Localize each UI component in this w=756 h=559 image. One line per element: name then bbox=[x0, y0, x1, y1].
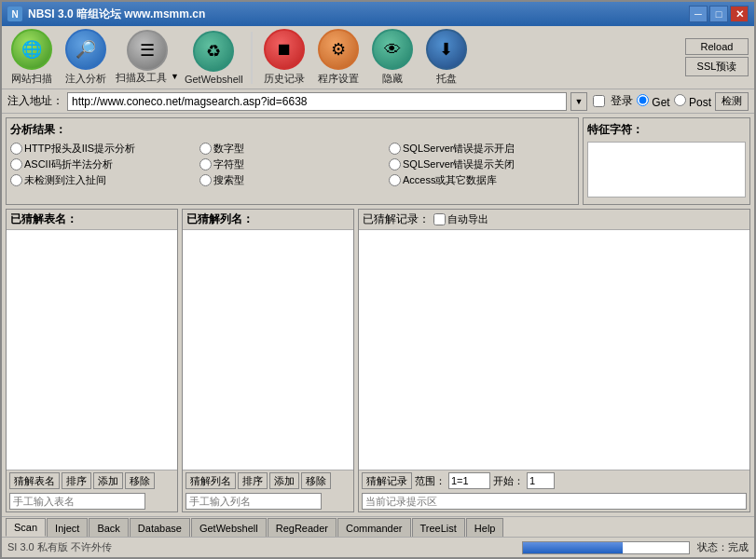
char-textarea[interactable] bbox=[587, 142, 746, 198]
option-ascii: ASCII码折半法分析 bbox=[10, 157, 196, 171]
login-label: 登录 bbox=[611, 93, 633, 109]
post-radio-label: Post bbox=[674, 94, 711, 109]
records-title: 已猜解记录： bbox=[363, 211, 430, 227]
close-button[interactable]: ✕ bbox=[730, 6, 749, 22]
getwebshell-label: GetWebshell bbox=[185, 74, 243, 85]
getwebshell-icon: ♻ bbox=[193, 31, 234, 72]
add-table-btn[interactable]: 添加 bbox=[93, 472, 123, 489]
radio-http-iis[interactable] bbox=[10, 143, 22, 155]
tab-back[interactable]: Back bbox=[89, 518, 128, 537]
table-input[interactable] bbox=[9, 493, 145, 510]
option-http-iis: HTTP报头及IIS提示分析 bbox=[10, 142, 196, 156]
main-window: N NBSI 3.0 暗组论坛 www.msmm.cn ─ □ ✕ 🌐 网站扫描… bbox=[0, 0, 756, 559]
scan-tools-label: 扫描及工具 bbox=[116, 71, 167, 85]
minimize-button[interactable]: ─ bbox=[689, 6, 708, 22]
guess-records-btn[interactable]: 猜解记录 bbox=[362, 472, 412, 489]
titlebar: N NBSI 3.0 暗组论坛 www.msmm.cn ─ □ ✕ bbox=[2, 2, 754, 26]
sort-col-btn[interactable]: 排序 bbox=[238, 472, 268, 489]
tabbar: ScanInjectBackDatabaseGetWebshellRegRead… bbox=[2, 516, 754, 537]
records-body[interactable] bbox=[359, 230, 749, 470]
tables-panel: 已猜解表名： 猜解表名 排序 添加 移除 bbox=[6, 209, 178, 512]
inject-analyze-icon: 🔎 bbox=[65, 29, 106, 70]
records-input-row bbox=[359, 491, 749, 511]
statusbar: SI 3.0 私有版 不许外传 状态：完成 bbox=[2, 537, 754, 557]
tables-header: 已猜解表名： bbox=[7, 210, 177, 230]
guess-table-btn[interactable]: 猜解表名 bbox=[9, 472, 60, 489]
toolbar-web-scan[interactable]: 🌐 网站扫描 bbox=[7, 29, 56, 86]
toolbar: 🌐 网站扫描 🔎 注入分析 ☰ 扫描及工具 ▼ ♻ GetWebshell ⏹ … bbox=[2, 26, 754, 89]
toolbar-getwebshell[interactable]: ♻ GetWebshell bbox=[185, 31, 243, 85]
scan-tools-dropdown-icon[interactable]: ▼ bbox=[171, 71, 179, 85]
char-title: 特征字符： bbox=[587, 122, 746, 138]
option-access: Access或其它数据库 bbox=[389, 173, 574, 187]
tab-commander[interactable]: Commander bbox=[337, 518, 411, 537]
tables-body[interactable] bbox=[7, 230, 177, 470]
progress-fill bbox=[523, 542, 623, 553]
toolbar-tray[interactable]: ⬇ 托盘 bbox=[422, 29, 471, 86]
hidden-label: 隐藏 bbox=[382, 72, 403, 86]
radio-string[interactable] bbox=[199, 158, 212, 170]
tab-inject[interactable]: Inject bbox=[47, 518, 88, 537]
start-input[interactable] bbox=[527, 472, 555, 489]
records-header: 已猜解记录： 自动导出 bbox=[359, 210, 749, 230]
reload-button[interactable]: Reload bbox=[685, 38, 749, 55]
login-checkbox[interactable] bbox=[593, 95, 605, 107]
tab-scan[interactable]: Scan bbox=[6, 518, 46, 537]
toolbar-separator bbox=[251, 32, 253, 84]
sort-table-btn[interactable]: 排序 bbox=[62, 472, 91, 489]
add-col-btn[interactable]: 添加 bbox=[269, 472, 299, 489]
addr-input[interactable] bbox=[67, 92, 567, 111]
analysis-options: HTTP报头及IIS提示分析 数字型 SQLServer错误提示开启 ASCII… bbox=[10, 142, 574, 187]
detect-button[interactable]: 检测 bbox=[715, 92, 749, 111]
radio-sqlserver-on[interactable] bbox=[389, 143, 401, 155]
get-radio[interactable] bbox=[637, 94, 649, 106]
columns-header: 已猜解列名： bbox=[183, 210, 353, 230]
tab-getwebshell[interactable]: GetWebshell bbox=[191, 518, 267, 537]
tab-treelist[interactable]: TreeList bbox=[412, 518, 465, 537]
columns-panel: 已猜解列名： 猜解列名 排序 添加 移除 bbox=[182, 209, 354, 512]
hidden-icon: 👁 bbox=[372, 29, 413, 70]
start-label: 开始： bbox=[493, 474, 524, 488]
range-input[interactable] bbox=[448, 472, 490, 489]
guess-col-btn[interactable]: 猜解列名 bbox=[186, 472, 236, 489]
toolbar-hidden[interactable]: 👁 隐藏 bbox=[368, 29, 417, 86]
tab-regreader[interactable]: RegReader bbox=[268, 518, 337, 537]
web-scan-icon: 🌐 bbox=[11, 29, 52, 70]
option-no-inject: 未检测到注入扯间 bbox=[10, 173, 196, 187]
inject-analyze-label: 注入分析 bbox=[65, 72, 106, 86]
radio-search[interactable] bbox=[199, 174, 212, 186]
post-radio[interactable] bbox=[674, 94, 686, 106]
scan-tools-icon: ☰ bbox=[127, 30, 168, 71]
remove-col-btn[interactable]: 移除 bbox=[301, 472, 331, 489]
radio-ascii[interactable] bbox=[10, 158, 22, 170]
toolbar-history[interactable]: ⏹ 历史记录 bbox=[260, 29, 309, 86]
column-input[interactable] bbox=[186, 493, 322, 510]
radio-no-inject[interactable] bbox=[10, 174, 22, 186]
maximize-button[interactable]: □ bbox=[709, 6, 728, 22]
radio-numeric[interactable] bbox=[199, 143, 212, 155]
radio-sqlserver-off[interactable] bbox=[389, 158, 401, 170]
bottom-panels: 已猜解表名： 猜解表名 排序 添加 移除 已猜解列名： 猜解列名 排序 bbox=[6, 209, 750, 512]
radio-access[interactable] bbox=[389, 174, 401, 186]
auto-export-label: 自动导出 bbox=[447, 212, 488, 226]
toolbar-right: Reload SSL预读 bbox=[685, 38, 749, 76]
analysis-panel: 分析结果： HTTP报头及IIS提示分析 数字型 SQLServer错误提示开启 bbox=[6, 117, 750, 205]
addr-dropdown-button[interactable]: ▼ bbox=[570, 92, 587, 111]
char-panel: 特征字符： bbox=[583, 117, 750, 205]
ssl-button[interactable]: SSL预读 bbox=[685, 57, 749, 76]
toolbar-settings[interactable]: ⚙ 程序设置 bbox=[314, 29, 363, 86]
toolbar-inject-analyze[interactable]: 🔎 注入分析 bbox=[62, 29, 110, 86]
tray-label: 托盘 bbox=[436, 72, 457, 86]
columns-footer: 猜解列名 排序 添加 移除 bbox=[183, 470, 353, 491]
option-numeric: 数字型 bbox=[199, 142, 385, 156]
auto-export-checkbox[interactable] bbox=[433, 213, 446, 225]
columns-body[interactable] bbox=[183, 230, 353, 470]
option-sqlserver-off: SQLServer错误提示关闭 bbox=[389, 157, 574, 171]
records-input[interactable] bbox=[362, 493, 747, 510]
history-label: 历史记录 bbox=[264, 72, 305, 86]
status-label: 状态：完成 bbox=[697, 540, 749, 554]
tab-help[interactable]: Help bbox=[466, 518, 504, 537]
tab-database[interactable]: Database bbox=[130, 518, 190, 537]
remove-table-btn[interactable]: 移除 bbox=[125, 472, 155, 489]
toolbar-scan-tools-group: ☰ 扫描及工具 ▼ bbox=[116, 30, 179, 85]
